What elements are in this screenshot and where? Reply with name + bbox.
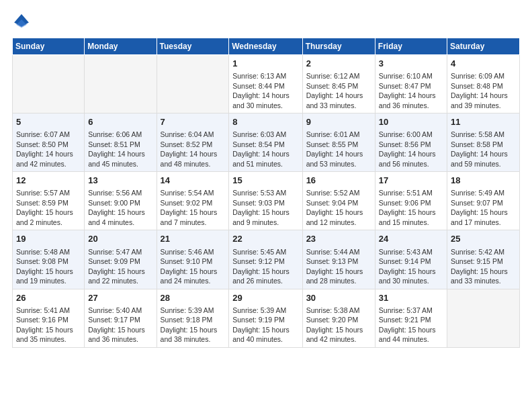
week-row-1: 5Sunrise: 6:07 AM Sunset: 8:50 PM Daylig… — [13, 113, 520, 172]
day-cell: 4Sunrise: 6:09 AM Sunset: 8:48 PM Daylig… — [447, 55, 520, 113]
day-cell: 11Sunrise: 5:58 AM Sunset: 8:58 PM Dayli… — [447, 113, 520, 172]
day-info: Sunrise: 5:42 AM Sunset: 9:15 PM Dayligh… — [451, 247, 516, 286]
day-number: 18 — [451, 175, 516, 187]
week-row-4: 26Sunrise: 5:41 AM Sunset: 9:16 PM Dayli… — [13, 289, 520, 347]
day-cell: 13Sunrise: 5:56 AM Sunset: 9:00 PM Dayli… — [85, 172, 157, 230]
day-info: Sunrise: 5:58 AM Sunset: 8:58 PM Dayligh… — [451, 130, 516, 169]
day-info: Sunrise: 5:39 AM Sunset: 9:19 PM Dayligh… — [232, 306, 298, 345]
day-number: 31 — [379, 292, 443, 304]
day-number: 19 — [16, 233, 81, 245]
day-number: 8 — [232, 116, 298, 128]
day-number: 23 — [306, 233, 371, 245]
page: SundayMondayTuesdayWednesdayThursdayFrid… — [0, 0, 532, 411]
day-number: 2 — [306, 58, 371, 70]
day-cell: 18Sunrise: 5:49 AM Sunset: 9:07 PM Dayli… — [447, 172, 520, 230]
day-info: Sunrise: 5:46 AM Sunset: 9:10 PM Dayligh… — [161, 247, 226, 286]
day-cell: 29Sunrise: 5:39 AM Sunset: 9:19 PM Dayli… — [229, 289, 302, 347]
day-cell: 16Sunrise: 5:52 AM Sunset: 9:04 PM Dayli… — [302, 172, 375, 230]
weekday-header-row: SundayMondayTuesdayWednesdayThursdayFrid… — [13, 38, 520, 55]
day-info: Sunrise: 5:43 AM Sunset: 9:14 PM Dayligh… — [379, 247, 443, 286]
day-number: 7 — [161, 116, 226, 128]
day-cell: 27Sunrise: 5:40 AM Sunset: 9:17 PM Dayli… — [85, 289, 157, 347]
day-info: Sunrise: 5:54 AM Sunset: 9:02 PM Dayligh… — [161, 188, 226, 227]
day-number: 14 — [161, 175, 226, 187]
day-cell: 28Sunrise: 5:39 AM Sunset: 9:18 PM Dayli… — [157, 289, 229, 347]
day-cell: 22Sunrise: 5:45 AM Sunset: 9:12 PM Dayli… — [229, 230, 302, 289]
day-number: 12 — [16, 175, 81, 187]
day-number: 16 — [306, 175, 371, 187]
day-cell: 20Sunrise: 5:47 AM Sunset: 9:09 PM Dayli… — [85, 230, 157, 289]
day-cell: 30Sunrise: 5:38 AM Sunset: 9:20 PM Dayli… — [302, 289, 375, 347]
day-number: 5 — [16, 116, 81, 128]
day-cell — [13, 55, 85, 113]
day-cell: 25Sunrise: 5:42 AM Sunset: 9:15 PM Dayli… — [447, 230, 520, 289]
day-info: Sunrise: 5:53 AM Sunset: 9:03 PM Dayligh… — [232, 188, 298, 227]
weekday-header-wednesday: Wednesday — [229, 38, 302, 55]
day-info: Sunrise: 5:47 AM Sunset: 9:09 PM Dayligh… — [88, 247, 152, 286]
day-info: Sunrise: 5:40 AM Sunset: 9:17 PM Dayligh… — [88, 306, 152, 345]
day-cell: 3Sunrise: 6:10 AM Sunset: 8:47 PM Daylig… — [375, 55, 447, 113]
day-cell: 1Sunrise: 6:13 AM Sunset: 8:44 PM Daylig… — [229, 55, 302, 113]
day-info: Sunrise: 5:52 AM Sunset: 9:04 PM Dayligh… — [306, 188, 371, 227]
day-number: 21 — [161, 233, 226, 245]
day-info: Sunrise: 5:56 AM Sunset: 9:00 PM Dayligh… — [88, 188, 152, 227]
day-number: 10 — [379, 116, 443, 128]
day-number: 20 — [88, 233, 152, 245]
day-number: 27 — [88, 292, 152, 304]
day-cell: 12Sunrise: 5:57 AM Sunset: 8:59 PM Dayli… — [13, 172, 85, 230]
weekday-header-sunday: Sunday — [13, 38, 85, 55]
day-number: 1 — [232, 58, 298, 70]
week-row-2: 12Sunrise: 5:57 AM Sunset: 8:59 PM Dayli… — [13, 172, 520, 230]
day-info: Sunrise: 5:38 AM Sunset: 9:20 PM Dayligh… — [306, 306, 371, 345]
day-number: 17 — [379, 175, 443, 187]
day-info: Sunrise: 5:39 AM Sunset: 9:18 PM Dayligh… — [161, 306, 226, 345]
weekday-header-thursday: Thursday — [302, 38, 375, 55]
day-number: 22 — [232, 233, 298, 245]
day-number: 28 — [161, 292, 226, 304]
weekday-header-saturday: Saturday — [447, 38, 520, 55]
logo — [12, 12, 32, 31]
day-cell: 2Sunrise: 6:12 AM Sunset: 8:45 PM Daylig… — [302, 55, 375, 113]
day-info: Sunrise: 5:44 AM Sunset: 9:13 PM Dayligh… — [306, 247, 371, 286]
day-number: 11 — [451, 116, 516, 128]
day-cell: 10Sunrise: 6:00 AM Sunset: 8:56 PM Dayli… — [375, 113, 447, 172]
day-cell: 17Sunrise: 5:51 AM Sunset: 9:06 PM Dayli… — [375, 172, 447, 230]
day-number: 9 — [306, 116, 371, 128]
day-info: Sunrise: 6:01 AM Sunset: 8:55 PM Dayligh… — [306, 130, 371, 169]
day-info: Sunrise: 6:00 AM Sunset: 8:56 PM Dayligh… — [379, 130, 443, 169]
day-info: Sunrise: 6:10 AM Sunset: 8:47 PM Dayligh… — [379, 71, 443, 110]
day-info: Sunrise: 6:12 AM Sunset: 8:45 PM Dayligh… — [306, 71, 371, 110]
day-info: Sunrise: 6:13 AM Sunset: 8:44 PM Dayligh… — [232, 71, 298, 110]
day-cell — [85, 55, 157, 113]
day-cell: 24Sunrise: 5:43 AM Sunset: 9:14 PM Dayli… — [375, 230, 447, 289]
weekday-header-friday: Friday — [375, 38, 447, 55]
day-number: 30 — [306, 292, 371, 304]
day-cell — [447, 289, 520, 347]
day-cell: 14Sunrise: 5:54 AM Sunset: 9:02 PM Dayli… — [157, 172, 229, 230]
day-cell — [157, 55, 229, 113]
day-number: 4 — [451, 58, 516, 70]
day-cell: 9Sunrise: 6:01 AM Sunset: 8:55 PM Daylig… — [302, 113, 375, 172]
week-row-0: 1Sunrise: 6:13 AM Sunset: 8:44 PM Daylig… — [13, 55, 520, 113]
weekday-header-tuesday: Tuesday — [157, 38, 229, 55]
day-info: Sunrise: 6:03 AM Sunset: 8:54 PM Dayligh… — [232, 130, 298, 169]
day-number: 25 — [451, 233, 516, 245]
day-cell: 5Sunrise: 6:07 AM Sunset: 8:50 PM Daylig… — [13, 113, 85, 172]
day-info: Sunrise: 5:48 AM Sunset: 9:08 PM Dayligh… — [16, 247, 81, 286]
day-number: 26 — [16, 292, 81, 304]
day-number: 3 — [379, 58, 443, 70]
weekday-header-monday: Monday — [85, 38, 157, 55]
day-cell: 15Sunrise: 5:53 AM Sunset: 9:03 PM Dayli… — [229, 172, 302, 230]
day-info: Sunrise: 5:37 AM Sunset: 9:21 PM Dayligh… — [379, 306, 443, 345]
day-number: 15 — [232, 175, 298, 187]
day-info: Sunrise: 5:45 AM Sunset: 9:12 PM Dayligh… — [232, 247, 298, 286]
day-info: Sunrise: 6:09 AM Sunset: 8:48 PM Dayligh… — [451, 71, 516, 110]
day-info: Sunrise: 6:06 AM Sunset: 8:51 PM Dayligh… — [88, 130, 152, 169]
day-info: Sunrise: 5:57 AM Sunset: 8:59 PM Dayligh… — [16, 188, 81, 227]
day-cell: 31Sunrise: 5:37 AM Sunset: 9:21 PM Dayli… — [375, 289, 447, 347]
day-cell: 23Sunrise: 5:44 AM Sunset: 9:13 PM Dayli… — [302, 230, 375, 289]
header — [12, 12, 520, 31]
day-number: 6 — [88, 116, 152, 128]
day-info: Sunrise: 5:51 AM Sunset: 9:06 PM Dayligh… — [379, 188, 443, 227]
day-number: 13 — [88, 175, 152, 187]
